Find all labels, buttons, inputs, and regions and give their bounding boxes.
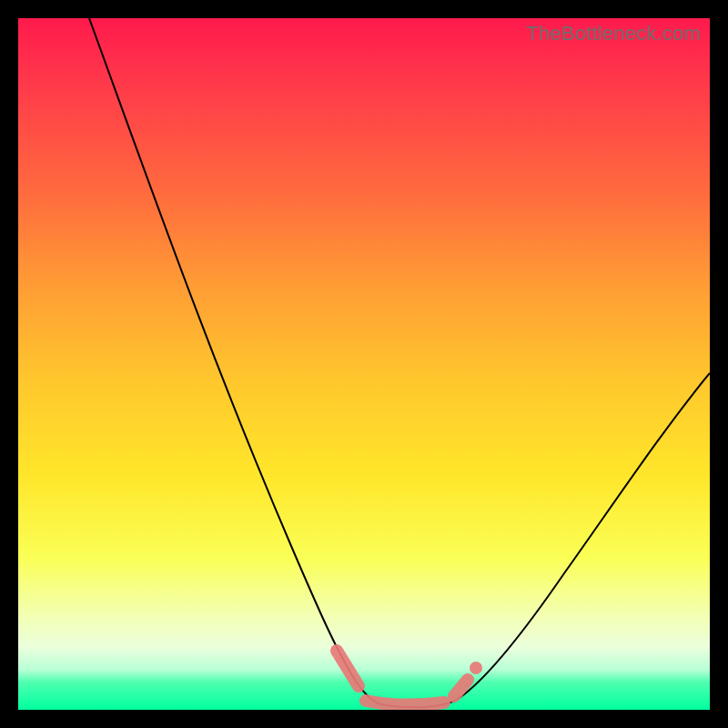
bottleneck-curve: [18, 18, 710, 710]
curve-right-branch: [455, 373, 710, 701]
highlight-valley-floor: [366, 701, 444, 705]
highlight-right-dot: [470, 662, 482, 674]
curve-left-branch: [89, 18, 380, 704]
highlight-left-descent: [337, 651, 359, 686]
chart-area: TheBottleneck.com: [18, 18, 710, 710]
